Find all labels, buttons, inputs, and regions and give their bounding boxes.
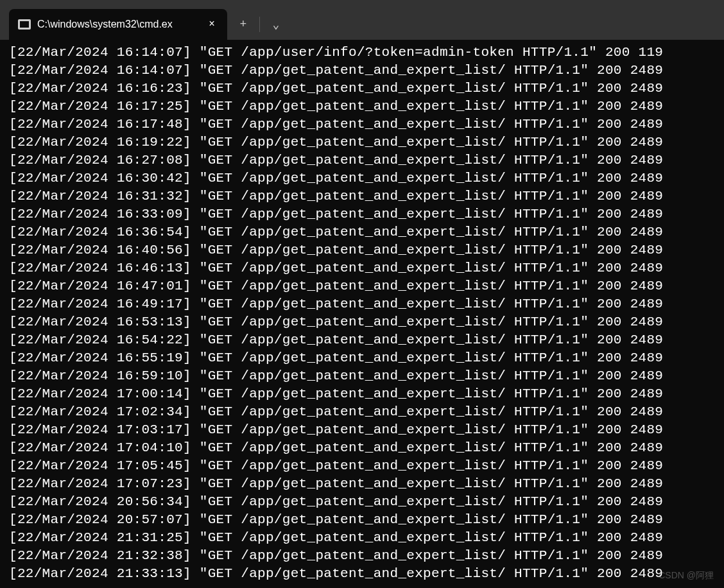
terminal-tab[interactable]: C:\windows\system32\cmd.ex × — [9, 9, 227, 40]
tab-dropdown-button[interactable]: ⌄ — [260, 9, 292, 40]
log-line: [22/Mar/2024 16:19:22] "GET /app/get_pat… — [9, 134, 715, 151]
window-titlebar: C:\windows\system32\cmd.ex × + ⌄ — [0, 0, 724, 40]
cmd-icon — [18, 19, 31, 30]
log-line: [22/Mar/2024 20:56:34] "GET /app/get_pat… — [9, 493, 715, 511]
log-line: [22/Mar/2024 16:54:22] "GET /app/get_pat… — [9, 331, 715, 349]
log-line: [22/Mar/2024 16:49:17] "GET /app/get_pat… — [9, 295, 715, 313]
log-line: [22/Mar/2024 16:31:32] "GET /app/get_pat… — [9, 187, 715, 205]
close-icon: × — [209, 19, 215, 30]
log-line: [22/Mar/2024 16:36:54] "GET /app/get_pat… — [9, 223, 715, 241]
log-line: [22/Mar/2024 16:17:48] "GET /app/get_pat… — [9, 116, 715, 134]
log-line: [22/Mar/2024 16:16:23] "GET /app/get_pat… — [9, 80, 715, 98]
log-line: [22/Mar/2024 17:04:10] "GET /app/get_pat… — [9, 439, 715, 457]
chevron-down-icon: ⌄ — [273, 17, 280, 31]
log-line: [22/Mar/2024 21:33:13] "GET /app/get_pat… — [9, 565, 715, 583]
log-line: [22/Mar/2024 17:07:23] "GET /app/get_pat… — [9, 475, 715, 493]
log-line: [22/Mar/2024 16:53:13] "GET /app/get_pat… — [9, 313, 715, 331]
log-line: [22/Mar/2024 17:00:14] "GET /app/get_pat… — [9, 385, 715, 403]
new-tab-button[interactable]: + — [227, 9, 259, 40]
log-line: [22/Mar/2024 16:14:07] "GET /app/get_pat… — [9, 62, 715, 80]
log-line: [22/Mar/2024 21:31:25] "GET /app/get_pat… — [9, 529, 715, 547]
log-line: [22/Mar/2024 16:46:13] "GET /app/get_pat… — [9, 259, 715, 277]
log-line: [22/Mar/2024 16:47:01] "GET /app/get_pat… — [9, 277, 715, 295]
log-line: [22/Mar/2024 16:59:10] "GET /app/get_pat… — [9, 367, 715, 385]
tab-title: C:\windows\system32\cmd.ex — [37, 19, 198, 30]
log-line: [22/Mar/2024 16:30:42] "GET /app/get_pat… — [9, 169, 715, 187]
log-line: [22/Mar/2024 20:57:07] "GET /app/get_pat… — [9, 511, 715, 529]
log-line: [22/Mar/2024 17:02:34] "GET /app/get_pat… — [9, 403, 715, 421]
log-line: [22/Mar/2024 16:33:09] "GET /app/get_pat… — [9, 205, 715, 223]
log-line: [22/Mar/2024 16:27:08] "GET /app/get_pat… — [9, 151, 715, 169]
log-line: [22/Mar/2024 16:40:56] "GET /app/get_pat… — [9, 241, 715, 259]
log-line: [22/Mar/2024 16:17:25] "GET /app/get_pat… — [9, 98, 715, 116]
log-line: [22/Mar/2024 16:14:07] "GET /app/user/in… — [9, 44, 715, 62]
terminal-output[interactable]: [22/Mar/2024 16:14:07] "GET /app/user/in… — [0, 40, 724, 583]
log-line: [22/Mar/2024 17:03:17] "GET /app/get_pat… — [9, 421, 715, 439]
log-line: [22/Mar/2024 16:55:19] "GET /app/get_pat… — [9, 349, 715, 367]
log-line: [22/Mar/2024 21:32:38] "GET /app/get_pat… — [9, 547, 715, 565]
close-tab-button[interactable]: × — [204, 17, 220, 32]
plus-icon: + — [240, 18, 247, 31]
log-line: [22/Mar/2024 17:05:45] "GET /app/get_pat… — [9, 457, 715, 475]
